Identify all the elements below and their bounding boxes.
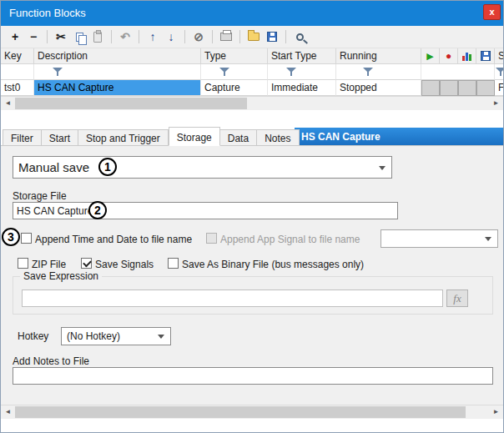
zip-file-label: ZIP File bbox=[32, 259, 66, 270]
chart-glyph bbox=[462, 52, 471, 61]
column-header-type[interactable]: Type bbox=[201, 48, 268, 64]
add-notes-input[interactable] bbox=[13, 367, 493, 385]
copy-icon[interactable] bbox=[70, 28, 88, 45]
tab-start[interactable]: Start bbox=[42, 129, 78, 146]
save-expression-group: Save Expression fx bbox=[13, 276, 493, 315]
tab-notes[interactable]: Notes bbox=[257, 129, 299, 146]
undo-icon[interactable]: ↶ bbox=[116, 28, 134, 45]
function-blocks-window: Function Blocks x + − ✂ ↶ ↑ ↓ ⊘ Key Desc… bbox=[0, 0, 504, 433]
tab-stop-and-trigger[interactable]: Stop and Trigger bbox=[78, 129, 169, 146]
column-header-save-icon[interactable] bbox=[476, 48, 495, 64]
bottom-horizontal-scrollbar[interactable]: ◄ ► bbox=[1, 405, 503, 419]
print-icon[interactable] bbox=[217, 28, 235, 45]
append-app-signal-checkbox[interactable] bbox=[206, 233, 217, 244]
toolbar-separator bbox=[212, 30, 213, 43]
title-bar: Function Blocks x bbox=[1, 1, 503, 26]
filter-funnel-icon[interactable] bbox=[286, 68, 296, 77]
save-expression-label: Save Expression bbox=[20, 270, 102, 282]
tab-data[interactable]: Data bbox=[220, 129, 257, 146]
hotkey-value: (No Hotkey) bbox=[67, 330, 120, 342]
column-header-start-icon[interactable]: ▶ bbox=[421, 48, 440, 64]
magnifier-glyph bbox=[296, 33, 304, 41]
append-time-checkbox[interactable] bbox=[21, 233, 32, 244]
chevron-down-icon bbox=[379, 166, 386, 170]
filter-cell-key[interactable] bbox=[1, 64, 34, 80]
printer-glyph bbox=[220, 33, 232, 41]
move-up-icon[interactable]: ↑ bbox=[144, 28, 162, 45]
close-button[interactable]: x bbox=[483, 4, 501, 20]
cut-icon[interactable]: ✂ bbox=[52, 28, 70, 45]
scrollbar-thumb[interactable] bbox=[15, 98, 247, 109]
row-cell-record-button[interactable] bbox=[440, 80, 458, 96]
row-cell-type[interactable]: Capture bbox=[201, 80, 268, 96]
window-title: Function Blocks bbox=[9, 7, 86, 19]
annotation-circle-2: 2 bbox=[88, 201, 107, 219]
filter-cell-description[interactable] bbox=[34, 64, 201, 80]
filter-cell-icons[interactable] bbox=[421, 64, 495, 80]
scroll-left-arrow[interactable]: ◄ bbox=[1, 97, 15, 110]
filter-cell-start-type[interactable] bbox=[268, 64, 336, 80]
append-time-label: Append Time and Date to file name bbox=[35, 234, 192, 245]
filter-funnel-icon[interactable] bbox=[363, 68, 373, 77]
disable-icon[interactable]: ⊘ bbox=[189, 28, 208, 45]
tab-strip: Filter Start Stop and Trigger Storage Da… bbox=[3, 128, 300, 146]
toolbar-separator bbox=[285, 30, 286, 43]
annotation-circle-1: 1 bbox=[98, 158, 117, 176]
tab-storage[interactable]: Storage bbox=[169, 127, 220, 146]
column-header-description[interactable]: Description bbox=[34, 48, 201, 64]
save-signals-checkbox[interactable] bbox=[81, 258, 92, 269]
save-as-binary-checkbox[interactable] bbox=[168, 258, 179, 269]
paste-icon[interactable] bbox=[88, 28, 107, 45]
filter-cell-clipped[interactable] bbox=[495, 64, 504, 80]
storage-file-input[interactable] bbox=[13, 202, 398, 219]
zip-file-checkbox[interactable] bbox=[18, 258, 28, 269]
column-header-record-icon[interactable]: ● bbox=[440, 48, 458, 64]
open-file-icon[interactable] bbox=[244, 28, 263, 45]
column-header-graph-icon[interactable] bbox=[458, 48, 476, 64]
remove-icon[interactable]: − bbox=[24, 28, 43, 45]
copy-pages-glyph bbox=[76, 33, 83, 42]
row-cell-graph-button[interactable] bbox=[458, 80, 476, 96]
move-down-icon[interactable]: ↓ bbox=[162, 28, 180, 45]
hotkey-dropdown[interactable]: (No Hotkey) bbox=[61, 327, 171, 345]
filter-funnel-icon[interactable] bbox=[496, 68, 504, 77]
filter-funnel-icon[interactable] bbox=[219, 68, 229, 77]
grid-horizontal-scrollbar[interactable]: ◄ ► bbox=[1, 96, 503, 110]
column-header-clipped[interactable]: St bbox=[495, 48, 504, 64]
row-cell-running[interactable]: Stopped bbox=[336, 80, 421, 96]
disk-glyph bbox=[267, 32, 277, 42]
bottom-spacer bbox=[1, 419, 503, 433]
column-header-running[interactable]: Running bbox=[336, 48, 421, 64]
zoom-icon[interactable] bbox=[290, 28, 309, 45]
row-cell-description-selected[interactable]: HS CAN Capture bbox=[34, 80, 201, 96]
save-expression-input[interactable] bbox=[22, 290, 443, 307]
toolbar-separator bbox=[239, 30, 240, 43]
chevron-down-icon bbox=[158, 335, 164, 339]
scroll-right-arrow[interactable]: ► bbox=[489, 97, 503, 110]
scroll-left-arrow[interactable]: ◄ bbox=[1, 405, 15, 419]
row-cell-start-button[interactable] bbox=[421, 80, 440, 96]
column-header-start-type[interactable]: Start Type bbox=[268, 48, 336, 64]
row-cell-save-button[interactable] bbox=[476, 80, 495, 96]
app-signal-dropdown[interactable] bbox=[381, 229, 498, 248]
row-cell-clipped[interactable]: Fu bbox=[495, 80, 504, 96]
selected-block-banner: HS CAN Capture bbox=[295, 128, 504, 145]
save-mode-dropdown[interactable]: Manual save bbox=[13, 156, 392, 179]
add-icon[interactable]: + bbox=[6, 28, 24, 45]
column-header-key[interactable]: Key bbox=[1, 48, 34, 64]
filter-funnel-icon[interactable] bbox=[53, 68, 63, 77]
tab-filter[interactable]: Filter bbox=[3, 129, 42, 146]
spacer bbox=[1, 110, 503, 128]
row-cell-key[interactable]: tst0 bbox=[1, 80, 34, 96]
scrollbar-thumb[interactable] bbox=[15, 406, 466, 418]
chevron-down-icon bbox=[485, 237, 491, 241]
annotation-circle-3: 3 bbox=[2, 228, 20, 246]
save-file-icon[interactable] bbox=[263, 28, 281, 45]
fx-button[interactable]: fx bbox=[446, 290, 468, 307]
save-as-binary-label: Save As Binary File (bus messages only) bbox=[182, 259, 364, 270]
filter-cell-type[interactable] bbox=[201, 64, 268, 80]
scroll-right-arrow[interactable]: ► bbox=[489, 405, 503, 419]
hotkey-label: Hotkey bbox=[18, 330, 48, 342]
row-cell-start-type[interactable]: Immediate bbox=[268, 80, 336, 96]
filter-cell-running[interactable] bbox=[336, 64, 421, 80]
